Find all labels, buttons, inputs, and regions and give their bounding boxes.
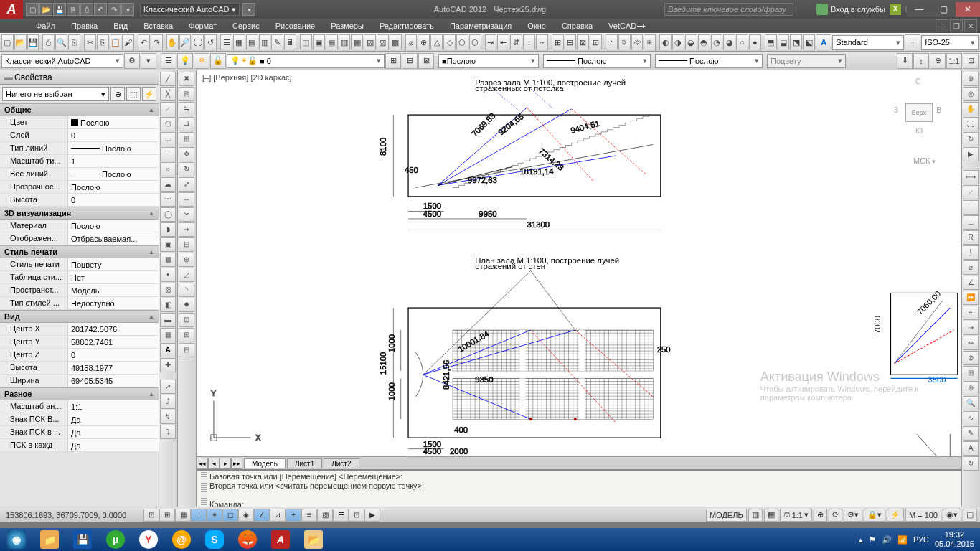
menu-edit[interactable]: Правка [64,20,105,32]
dim-radius-icon[interactable]: R [963,230,979,245]
vtb-btn[interactable]: ⤴ [160,395,176,409]
dim-angular-icon[interactable]: ∠ [963,276,979,290]
taskbar-mail-icon[interactable]: @ [166,528,197,551]
tab-model[interactable]: Модель [244,458,286,468]
isolate-icon[interactable]: ◉▾ [943,509,961,522]
tab-layout1[interactable]: Лист1 [287,458,322,468]
prop-group-header[interactable]: Общие [0,103,159,116]
textstyle-select[interactable]: Standard [832,35,904,50]
prop-val[interactable]: 0 [68,129,159,142]
addselected-icon[interactable]: ✚ [160,358,176,372]
tab-nav-first[interactable]: ◂◂ [197,458,208,469]
markup-icon[interactable]: ✎ [271,34,283,50]
full-nav-icon[interactable]: ⊕ [963,72,979,86]
lineweight-select[interactable]: Послою [655,54,763,68]
mtext-icon[interactable]: A [160,343,176,357]
dim-baseline-icon[interactable]: ≡ [963,306,979,320]
infer-icon[interactable]: ⊡ [143,509,159,522]
new-icon[interactable]: ▢ [1,34,14,50]
layer-on-icon[interactable]: 💡 [177,53,193,69]
polar-icon[interactable]: ✴ [207,509,222,522]
tb-btn[interactable]: ◑ [672,34,684,50]
drawing-canvas[interactable]: [–] [Верхняя] [2D каркас] [197,70,961,456]
prop-row[interactable]: Пространст...Модель [0,284,159,297]
join-icon[interactable]: ⊕ [179,253,194,267]
viewcube-east[interactable]: В [936,106,941,114]
layer-props-icon[interactable]: ☰ [161,53,176,69]
dimstyle-select[interactable]: ISO-25 [921,35,979,50]
prop-group-header[interactable]: 3D визуализация [0,207,159,220]
xline-icon[interactable]: ╳ [160,87,176,101]
vtb-btn[interactable]: ↯ [160,410,176,424]
prop-group-header[interactable]: Вид [0,310,159,323]
workspace-more-icon[interactable]: ▾ [242,3,255,16]
extend-icon[interactable]: ⇥ [179,222,194,237]
tpalette-icon[interactable]: ▤ [246,34,258,50]
layer-lock-icon[interactable]: 🔓 [210,53,226,69]
cut-icon[interactable]: ✂ [84,34,96,50]
taskbar-autocad-icon[interactable]: A [265,528,296,551]
tb-btn[interactable]: ⊕ [930,53,946,69]
dim-diameter-icon[interactable]: ⌀ [963,260,979,275]
dim-continue-icon[interactable]: ⇢ [963,321,979,335]
clean-screen-icon[interactable]: ▢ [963,509,977,522]
stretch-icon[interactable]: ↔ [179,192,194,207]
tb-btn[interactable]: ◫ [300,34,312,50]
prop-val[interactable]: Да [68,439,159,452]
doc-restore-icon[interactable]: ❐ [950,19,963,32]
redo-icon[interactable]: ↷ [151,34,163,50]
annoscale-select[interactable]: ⚖ 1:1 ▾ [780,509,812,522]
am-icon[interactable]: ▶ [364,509,380,522]
dim-jogged-icon[interactable]: ⟆ [963,245,979,260]
table-icon[interactable]: ▦ [160,328,176,342]
dim-quick-icon[interactable]: ⏩ [963,291,979,305]
grid-icon[interactable]: ▦ [175,509,191,522]
tb-btn[interactable]: ◔ [711,34,723,50]
dim-ordinate-icon[interactable]: ⊥ [963,215,979,230]
copy-icon[interactable]: ⎘ [97,34,109,50]
taskbar-save-icon[interactable]: 💾 [67,528,98,551]
workspace-select2[interactable]: Классический AutoCAD [1,54,123,68]
menu-tools[interactable]: Сервис [225,20,267,32]
pan-icon[interactable]: ✋ [166,34,179,50]
ws-settings-icon[interactable]: ⚙ [124,53,140,69]
center-mark-icon[interactable]: ⊕ [963,381,979,395]
prop-row[interactable]: Центр X201742.5076 [0,323,159,336]
tray-flag-icon[interactable]: ⚑ [869,535,876,545]
revcloud-icon[interactable]: ☁ [160,177,176,192]
doc-close-icon[interactable]: ✕ [964,19,977,32]
prop-val[interactable]: Нет [68,271,159,284]
prop-row[interactable]: Масштаб ан...1:1 [0,400,159,413]
inspect-icon[interactable]: 🔍 [963,396,979,410]
prop-row[interactable]: Тип стилей ...Недоступно [0,297,159,310]
osnap-icon[interactable]: ◻ [222,509,238,522]
prop-row[interactable]: Высота0 [0,194,159,207]
tb-btn[interactable]: ◐ [659,34,672,50]
qcalc-icon[interactable]: 🖩 [284,34,296,50]
dim-space-icon[interactable]: ⇔ [963,336,979,350]
linetype-select[interactable]: Послою [543,54,651,68]
ws-save-icon[interactable]: ▾ [141,53,156,69]
prop-val[interactable]: 201742.5076 [68,323,159,336]
taskbar-firefox-icon[interactable]: 🦊 [232,528,263,551]
tab-nav-prev[interactable]: ◂ [208,458,220,469]
prop-group-header[interactable]: Разное [0,387,159,400]
menu-parametric[interactable]: Параметризация [443,20,519,32]
copy-icon[interactable]: ⎘ [179,87,194,101]
tb-btn[interactable]: ⬡ [469,34,481,50]
dim-aligned-icon[interactable]: ⟋ [963,185,979,199]
taskbar-yandex-icon[interactable]: Y [133,528,164,551]
sc-icon[interactable]: ⊡ [349,509,364,522]
dimstyle-icon[interactable]: ⟊ [905,34,920,50]
prop-val[interactable]: 58802.7461 [68,336,159,349]
maximize-button[interactable]: ▢ [931,2,956,17]
minimize-button[interactable]: — [907,2,931,17]
dim-arc-icon[interactable]: ⌒ [963,200,979,215]
rectangle-icon[interactable]: ▭ [160,132,176,146]
tb-btn[interactable]: ⬓ [778,34,790,50]
view-cube[interactable]: С Ю З В Верх [894,77,944,135]
block-icon[interactable]: ▦ [160,253,176,267]
ws-switch-icon[interactable]: ⚙▾ [844,509,862,522]
tb-btn[interactable]: ⇵ [510,34,522,50]
tb-btn[interactable]: ⬠ [456,34,468,50]
